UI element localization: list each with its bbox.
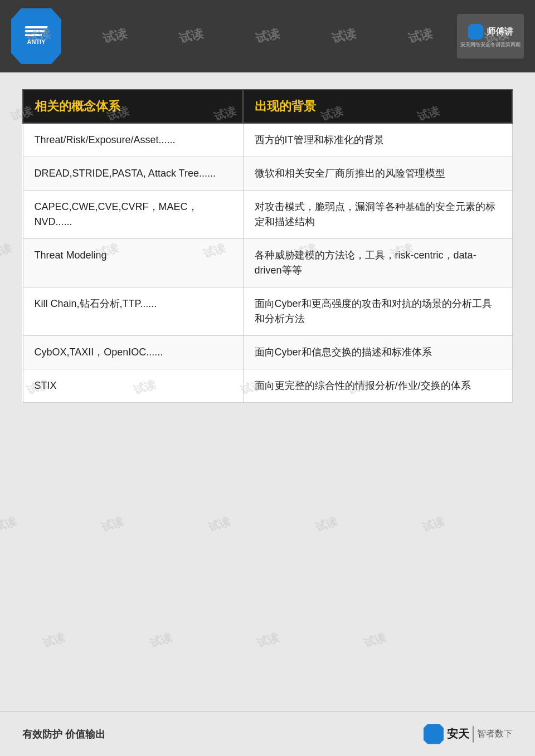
- table-cell-left: CAPEC,CWE,CVE,CVRF，MAEC，NVD......: [23, 191, 243, 239]
- table-row: Kill Chain,钻石分析,TTP......面向Cyber和更高强度的攻击…: [23, 287, 512, 336]
- table-row: Threat/Risk/Exposure/Asset......西方的IT管理和…: [23, 123, 512, 157]
- wm-4: 试读: [254, 25, 281, 47]
- table-cell-right: 面向Cyber和更高强度的攻击和对抗的场景的分析工具和分析方法: [243, 287, 512, 336]
- table-header-left: 相关的概念体系: [23, 90, 243, 123]
- table-row: DREAD,STRIDE,PASTA, Attack Tree......微软和…: [23, 157, 512, 191]
- footer-shield-icon: [424, 724, 444, 744]
- table-cell-left: STIX: [23, 369, 243, 403]
- antiy-logo: ANTIY: [11, 8, 61, 64]
- table-cell-left: Threat Modeling: [23, 239, 243, 287]
- table-row: Threat Modeling各种威胁建模的方法论，工具，risk-centri…: [23, 239, 512, 287]
- header-shield-icon: [468, 24, 484, 40]
- footer-left-text: 有效防护 价值输出: [22, 728, 105, 741]
- header: ANTIY 试读 试读 试读 试读 试读 试读 试读 师傅讲 安天网络安全冬训营…: [0, 0, 535, 72]
- footer-slogan: 智者数下: [477, 728, 513, 740]
- table-cell-right: 微软和相关安全厂商所推出的风险管理模型: [243, 157, 512, 191]
- table-cell-left: Threat/Risk/Exposure/Asset......: [23, 123, 243, 157]
- logo-text: ANTIY: [27, 38, 46, 46]
- table-row: CAPEC,CWE,CVE,CVRF，MAEC，NVD......对攻击模式，脆…: [23, 191, 512, 239]
- wm-5: 试读: [330, 25, 358, 47]
- concept-table: 相关的概念体系 出现的背景 Threat/Risk/Exposure/Asset…: [22, 89, 513, 403]
- footer-brand: 安天: [447, 726, 469, 742]
- footer-logo: 安天 智者数下: [424, 724, 513, 744]
- table-row: STIX面向更完整的综合性的情报分析/作业/交换的体系: [23, 369, 512, 403]
- wm-3: 试读: [177, 25, 205, 47]
- header-right-logo: 师傅讲 安天网络安全冬训营第四期: [457, 14, 524, 58]
- header-right-title: 师傅讲: [487, 26, 513, 38]
- wm-2: 试读: [101, 25, 129, 47]
- table-row: CybOX,TAXII，OpenIOC......面向Cyber和信息交换的描述…: [23, 336, 512, 369]
- table-cell-right: 各种威胁建模的方法论，工具，risk-centric，data-driven等等: [243, 239, 512, 287]
- table-cell-right: 面向Cyber和信息交换的描述和标准体系: [243, 336, 512, 369]
- footer: 有效防护 价值输出 安天 智者数下: [0, 711, 535, 756]
- table-header-right: 出现的背景: [243, 90, 512, 123]
- table-cell-left: DREAD,STRIDE,PASTA, Attack Tree......: [23, 157, 243, 191]
- table-cell-right: 对攻击模式，脆弱点，漏洞等各种基础的安全元素的标定和描述结构: [243, 191, 512, 239]
- header-watermarks: 试读 试读 试读 试读 试读 试读 试读: [0, 0, 535, 72]
- header-right-subtitle: 安天网络安全冬训营第四期: [460, 41, 521, 48]
- table-cell-left: CybOX,TAXII，OpenIOC......: [23, 336, 243, 369]
- wm-6: 试读: [406, 25, 434, 47]
- footer-separator: [473, 726, 474, 743]
- table-cell-right: 面向更完整的综合性的情报分析/作业/交换的体系: [243, 369, 512, 403]
- table-cell-right: 西方的IT管理和标准化的背景: [243, 123, 512, 157]
- table-cell-left: Kill Chain,钻石分析,TTP......: [23, 287, 243, 336]
- main-content: 相关的概念体系 出现的背景 Threat/Risk/Exposure/Asset…: [0, 72, 535, 756]
